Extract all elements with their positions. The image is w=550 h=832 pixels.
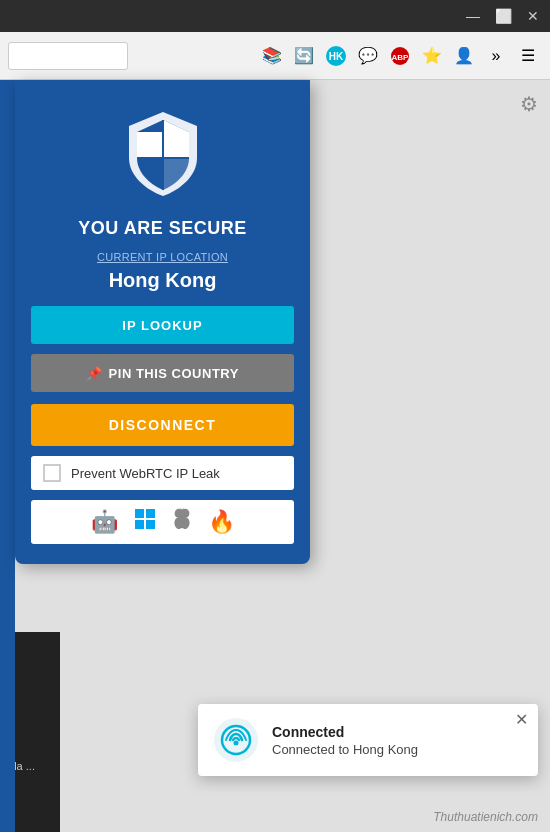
secure-text: YOU ARE SECURE bbox=[78, 218, 246, 239]
adblock-icon[interactable]: ABP bbox=[386, 42, 414, 70]
disconnect-button[interactable]: DISCONNECT bbox=[31, 404, 294, 446]
webrtc-label: Prevent WebRTC IP Leak bbox=[71, 466, 220, 481]
address-bar[interactable] bbox=[8, 42, 128, 70]
svg-rect-6 bbox=[135, 509, 144, 518]
toast-icon-circle bbox=[214, 718, 258, 762]
settings-gear-icon[interactable]: ⚙ bbox=[520, 92, 538, 116]
toast-notification: ✕ Connected Connected to Hong Kong bbox=[198, 704, 538, 776]
browser-toolbar: 📚 🔄 HK 💬 ABP ⭐ 👤 » ☰ bbox=[0, 32, 550, 80]
svg-rect-8 bbox=[135, 520, 144, 529]
toast-icon-container bbox=[214, 718, 258, 762]
toast-text-block: Connected Connected to Hong Kong bbox=[272, 724, 418, 757]
close-button[interactable]: ✕ bbox=[524, 7, 542, 25]
bookmarks-icon[interactable]: 📚 bbox=[258, 42, 286, 70]
pin-icon: 📌 bbox=[86, 366, 103, 381]
svg-text:ABP: ABP bbox=[392, 53, 410, 62]
toast-title: Connected bbox=[272, 724, 418, 740]
ip-lookup-button[interactable]: IP LOOKUP bbox=[31, 306, 294, 344]
android-icon[interactable]: 🤖 bbox=[91, 509, 118, 535]
toast-close-button[interactable]: ✕ bbox=[515, 712, 528, 728]
webrtc-checkbox[interactable] bbox=[43, 464, 61, 482]
watermark-text: Thuthuatienich.com bbox=[433, 810, 538, 824]
menu-icon[interactable]: ☰ bbox=[514, 42, 542, 70]
platform-icons-row: 🤖 🔥 bbox=[31, 500, 294, 544]
windows-icon[interactable] bbox=[134, 508, 156, 536]
shield-icon bbox=[123, 108, 203, 198]
minimize-button[interactable]: — bbox=[464, 7, 482, 25]
left-sidebar-bar bbox=[0, 80, 15, 832]
svg-point-11 bbox=[234, 741, 239, 746]
country-name: Hong Kong bbox=[109, 269, 217, 292]
toolbar-icons: 📚 🔄 HK 💬 ABP ⭐ 👤 » ☰ bbox=[258, 42, 542, 70]
extension-icon-1[interactable]: 🔄 bbox=[290, 42, 318, 70]
shield-container bbox=[123, 108, 203, 202]
browser-titlebar: — ⬜ ✕ bbox=[0, 0, 550, 32]
svg-rect-7 bbox=[146, 509, 155, 518]
svg-rect-9 bbox=[146, 520, 155, 529]
browser-content: ó la ... ⚙ YOU ARE SECURE CURRENT IP LOC… bbox=[0, 80, 550, 832]
extension-icon-3[interactable]: 💬 bbox=[354, 42, 382, 70]
ip-location-label[interactable]: CURRENT IP LOCATION bbox=[97, 251, 228, 263]
svg-text:HK: HK bbox=[329, 51, 344, 62]
extension-icon-4[interactable]: ⭐ bbox=[418, 42, 446, 70]
extension-icon-5[interactable]: 👤 bbox=[450, 42, 478, 70]
vpn-panel: YOU ARE SECURE CURRENT IP LOCATION Hong … bbox=[15, 80, 310, 564]
pin-country-label: PIN THIS COUNTRY bbox=[109, 366, 239, 381]
extension-icon-2[interactable]: HK bbox=[322, 42, 350, 70]
webrtc-row[interactable]: Prevent WebRTC IP Leak bbox=[31, 456, 294, 490]
firefox-icon[interactable]: 🔥 bbox=[208, 509, 235, 535]
maximize-button[interactable]: ⬜ bbox=[494, 7, 512, 25]
pin-country-button[interactable]: 📌 PIN THIS COUNTRY bbox=[31, 354, 294, 392]
toast-description: Connected to Hong Kong bbox=[272, 742, 418, 757]
apple-icon[interactable] bbox=[172, 508, 192, 536]
more-extensions-icon[interactable]: » bbox=[482, 42, 510, 70]
connected-icon bbox=[220, 724, 252, 756]
